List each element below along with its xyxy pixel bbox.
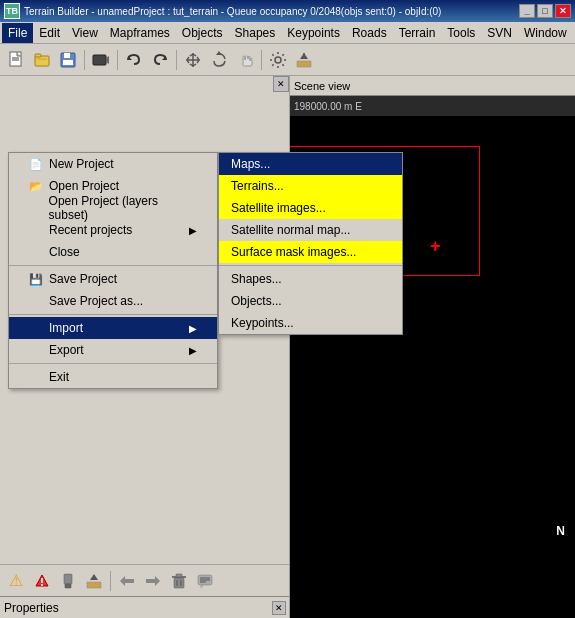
bottom-warning-btn[interactable]: ⚠ [4,569,28,593]
menu-item-window[interactable]: Window [518,23,573,43]
menu-item-mapframes[interactable]: Mapframes [104,23,176,43]
toolbar-sep-1 [84,50,85,70]
scene-view-header: Scene view [290,76,575,96]
menu-item-tools[interactable]: Tools [441,23,481,43]
toolbar-save-btn[interactable] [56,48,80,72]
open-folder-icon [33,51,51,69]
bottom-back-btn[interactable] [115,569,139,593]
menu-item-svn[interactable]: SVN [481,23,518,43]
menu-new-project[interactable]: 📄 New Project [9,153,217,175]
svg-rect-31 [176,574,182,577]
back-arrow-icon [119,573,135,589]
svg-rect-28 [146,579,155,583]
import-icon [295,51,313,69]
menu-item-shapes[interactable]: Shapes [229,23,282,43]
save-icon [59,51,77,69]
svg-rect-9 [93,55,106,65]
import-arrow: ▶ [189,323,197,334]
svg-rect-7 [64,53,70,58]
north-label: N [556,524,565,538]
terrain-marker [430,236,446,252]
toolbar-hand-btn[interactable] [233,48,257,72]
import-submenu: Maps... Terrains... Satellite images... … [218,152,403,335]
menu-open-project-layers[interactable]: Open Project (layers subset) [9,197,217,219]
toolbar-rotate-btn[interactable] [207,48,231,72]
menu-item-file[interactable]: File [2,23,33,43]
menu-item-keypoints[interactable]: Keypoints [281,23,346,43]
left-panel-close-btn[interactable]: ✕ [273,76,289,92]
svg-rect-21 [64,574,72,584]
svg-rect-29 [174,578,184,588]
delete-icon [171,573,187,589]
svg-rect-4 [35,54,41,57]
bottom-delete-btn[interactable] [167,569,191,593]
menu-import[interactable]: Import ▶ [9,317,217,339]
toolbar-redo-btn[interactable] [148,48,172,72]
toolbar-settings-btn[interactable] [266,48,290,72]
export-icon [86,573,102,589]
app-window: TB Terrain Builder - unamedProject : tut… [0,0,575,618]
camera-icon [92,51,110,69]
undo-icon [125,51,143,69]
toolbar-open-btn[interactable] [30,48,54,72]
bottom-export-btn[interactable] [82,569,106,593]
toolbar-pan-btn[interactable] [181,48,205,72]
properties-panel: Properties ✕ [0,596,290,618]
open-project-icon: 📂 [29,180,45,193]
menu-item-edit[interactable]: Edit [33,23,66,43]
svg-rect-0 [10,52,21,66]
title-text: Terrain Builder - unamedProject : tut_te… [24,6,441,17]
bottom-triangle-btn[interactable] [30,569,54,593]
toolbar-sep-2 [117,50,118,70]
maximize-button[interactable]: □ [537,4,553,18]
svg-rect-15 [297,61,311,67]
svg-rect-22 [65,584,71,588]
file-menu-dropdown: 📄 New Project 📂 Open Project Open Projec… [8,152,218,389]
toolbar-import-btn[interactable] [292,48,316,72]
new-project-icon: 📄 [29,158,45,171]
submenu-sep [219,265,402,266]
toolbar [0,44,575,76]
bottom-forward-btn[interactable] [141,569,165,593]
menu-exit[interactable]: Exit [9,366,217,388]
forward-arrow-icon [145,573,161,589]
bottom-comment-btn[interactable] [193,569,217,593]
menu-close[interactable]: Close [9,241,217,263]
content-area: ✕ ⚠ [0,76,575,618]
close-button[interactable]: ✕ [555,4,571,18]
comment-icon [197,573,213,589]
menu-recent-projects[interactable]: Recent projects ▶ [9,219,217,241]
submenu-shapes[interactable]: Shapes... [219,268,402,290]
submenu-terrains[interactable]: Terrains... [219,175,402,197]
properties-close-btn[interactable]: ✕ [272,601,286,615]
toolbar-new-btn[interactable] [4,48,28,72]
menu-sep-1 [9,265,217,266]
menu-export[interactable]: Export ▶ [9,339,217,361]
submenu-surface-mask[interactable]: Surface mask images... [219,241,402,263]
submenu-objects[interactable]: Objects... [219,290,402,312]
menu-bar: File Edit View Mapframes Objects Shapes … [0,22,575,44]
menu-item-roads[interactable]: Roads [346,23,393,43]
toolbar-sep-3 [176,50,177,70]
menu-sep-3 [9,363,217,364]
menu-item-view[interactable]: View [66,23,104,43]
submenu-keypoints[interactable]: Keypoints... [219,312,402,334]
scene-ruler: 198000.00 m E [290,96,575,116]
menu-item-terrain[interactable]: Terrain [393,23,442,43]
submenu-satellite-normal[interactable]: Satellite normal map... [219,219,402,241]
svg-rect-26 [125,579,134,583]
title-icon: TB [4,3,20,19]
minimize-button[interactable]: _ [519,4,535,18]
submenu-maps[interactable]: Maps... [219,153,402,175]
bottom-tool-btn[interactable] [56,569,80,593]
menu-save-project-as[interactable]: Save Project as... [9,290,217,312]
toolbar-undo-btn[interactable] [122,48,146,72]
toolbar-camera-btn[interactable] [89,48,113,72]
menu-item-objects[interactable]: Objects [176,23,229,43]
svg-point-20 [41,584,43,586]
submenu-satellite-images[interactable]: Satellite images... [219,197,402,219]
scene-view-label: Scene view [294,80,350,92]
menu-save-project[interactable]: 💾 Save Project [9,268,217,290]
recent-projects-arrow: ▶ [189,225,197,236]
pan-icon [184,51,202,69]
